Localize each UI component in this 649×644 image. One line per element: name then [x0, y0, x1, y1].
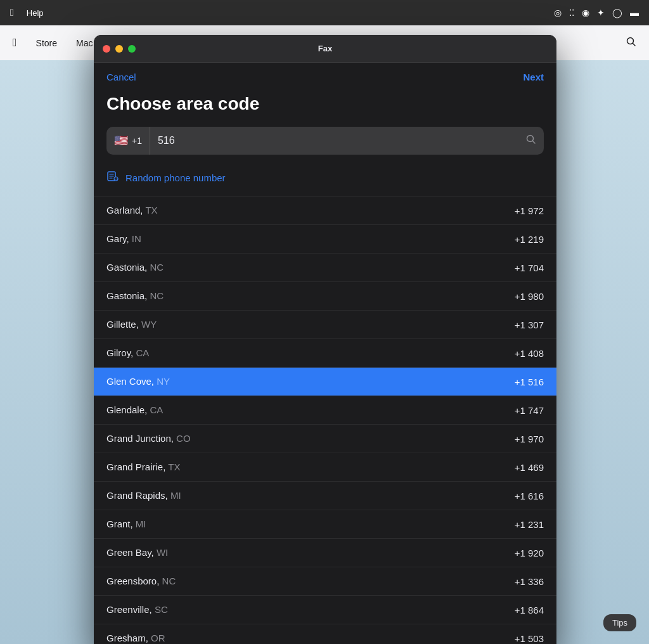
minimize-button[interactable]	[115, 45, 123, 53]
apple-menu-icon[interactable]: 	[10, 7, 14, 18]
fax-modal: Fax Cancel Next Choose area code 🇺🇸 +1	[94, 35, 556, 644]
list-item[interactable]: Glen Cove, NY+1 516	[94, 367, 556, 396]
item-state: CA	[136, 347, 149, 358]
random-phone-row[interactable]: Random phone number	[94, 167, 556, 196]
area-code-list: Garland, TX+1 972Gary, IN+1 219Gastonia,…	[94, 196, 556, 644]
item-code: +1 307	[515, 319, 544, 330]
traffic-lights	[103, 45, 136, 53]
item-code: +1 469	[515, 462, 544, 473]
modal-nav-row: Cancel Next	[94, 63, 556, 91]
list-item[interactable]: Grand Prairie, TX+1 469	[94, 453, 556, 481]
item-city: Glendale,	[106, 404, 150, 415]
item-city: Grand Prairie,	[106, 461, 168, 472]
search-container: 🇺🇸 +1	[106, 127, 544, 155]
airplay-icon: ◉	[582, 8, 589, 18]
item-code: +1 336	[515, 576, 544, 587]
item-state: NY	[157, 376, 170, 387]
item-code: +1 747	[515, 405, 544, 416]
item-code: +1 970	[515, 434, 544, 444]
list-item[interactable]: Gresham, OR+1 503	[94, 624, 556, 644]
item-state: MI	[136, 518, 146, 529]
modal-heading: Choose area code	[94, 91, 556, 127]
list-item[interactable]: Gilroy, CA+1 408	[94, 338, 556, 367]
item-code: +1 616	[515, 491, 544, 501]
svg-line-3	[533, 141, 536, 144]
item-code: +1 408	[515, 348, 544, 359]
menubar-left:  Help	[10, 7, 554, 18]
next-button[interactable]: Next	[523, 72, 544, 82]
list-item[interactable]: Gillette, WY+1 307	[94, 310, 556, 338]
list-item[interactable]: Grand Rapids, MI+1 616	[94, 481, 556, 510]
user-icon: ◯	[612, 8, 622, 18]
search-icon	[526, 134, 544, 147]
area-code-search-input[interactable]	[150, 135, 526, 146]
country-code: +1	[132, 136, 142, 146]
item-code: +1 219	[515, 234, 544, 245]
item-city: Grant,	[106, 518, 136, 529]
random-phone-label[interactable]: Random phone number	[125, 172, 226, 183]
list-item[interactable]: Gastonia, NC+1 980	[94, 281, 556, 310]
location-icon: ◎	[554, 8, 562, 18]
modal-content: Cancel Next Choose area code 🇺🇸 +1	[94, 63, 556, 644]
list-item[interactable]: Greenville, SC+1 864	[94, 595, 556, 624]
item-city: Gresham,	[106, 633, 151, 643]
item-state: NC	[162, 576, 176, 586]
list-item[interactable]: Green Bay, WI+1 920	[94, 538, 556, 567]
list-item[interactable]: Garland, TX+1 972	[94, 196, 556, 224]
item-city: Gastonia,	[106, 262, 150, 273]
item-city: Green Bay,	[106, 547, 157, 558]
item-state: TX	[168, 461, 180, 472]
item-code: +1 980	[515, 291, 544, 302]
close-button[interactable]	[103, 45, 110, 53]
list-item[interactable]: Grant, MI+1 231	[94, 510, 556, 538]
item-state: CO	[176, 433, 191, 444]
item-city: Greensboro,	[106, 576, 162, 586]
item-state: IN	[132, 233, 141, 244]
item-state: WY	[141, 319, 157, 330]
nav-search-icon[interactable]	[626, 37, 636, 49]
item-code: +1 516	[515, 377, 544, 387]
item-code: +1 972	[515, 205, 544, 216]
modal-titlebar: Fax	[94, 35, 556, 63]
cast-icon: ⁚⁚	[569, 8, 574, 18]
item-state: NC	[150, 290, 164, 301]
item-state: WI	[157, 547, 168, 558]
item-city: Gastonia,	[106, 290, 150, 301]
item-state: SC	[155, 604, 168, 615]
item-state: CA	[150, 404, 163, 415]
menubar:  Help ◎ ⁚⁚ ◉ ✦ ◯ ▬	[0, 0, 649, 25]
item-state: NC	[150, 262, 164, 273]
item-code: +1 704	[515, 262, 544, 273]
country-selector[interactable]: 🇺🇸 +1	[106, 127, 150, 155]
item-city: Glen Cove,	[106, 376, 157, 387]
item-state: MI	[170, 490, 181, 501]
list-item[interactable]: Grand Junction, CO+1 970	[94, 424, 556, 453]
item-city: Gillette,	[106, 319, 141, 330]
svg-point-5	[114, 177, 118, 181]
item-city: Grand Rapids,	[106, 490, 170, 501]
apple-logo-bg: 	[13, 36, 17, 49]
item-city: Grand Junction,	[106, 433, 176, 444]
random-phone-icon	[106, 170, 119, 186]
menubar-help[interactable]: Help	[27, 8, 44, 18]
battery-icon: ▬	[630, 8, 639, 18]
list-item[interactable]: Glendale, CA+1 747	[94, 396, 556, 424]
list-item[interactable]: Gary, IN+1 219	[94, 224, 556, 253]
nav-mac[interactable]: Mac	[76, 38, 93, 48]
item-city: Gary,	[106, 233, 132, 244]
item-state: OR	[151, 633, 165, 643]
item-city: Garland,	[106, 205, 145, 216]
item-city: Gilroy,	[106, 347, 136, 358]
maximize-button[interactable]	[128, 45, 136, 53]
list-item[interactable]: Gastonia, NC+1 704	[94, 253, 556, 281]
nav-store[interactable]: Store	[36, 38, 57, 48]
tips-badge[interactable]: Tips	[603, 614, 636, 631]
cancel-button[interactable]: Cancel	[106, 72, 136, 82]
list-item[interactable]: Greensboro, NC+1 336	[94, 567, 556, 595]
menubar-right: ◎ ⁚⁚ ◉ ✦ ◯ ▬	[554, 8, 639, 18]
item-code: +1 864	[515, 605, 544, 615]
item-code: +1 503	[515, 633, 544, 644]
item-state: TX	[145, 205, 157, 216]
svg-line-1	[633, 43, 636, 46]
item-code: +1 231	[515, 519, 544, 530]
